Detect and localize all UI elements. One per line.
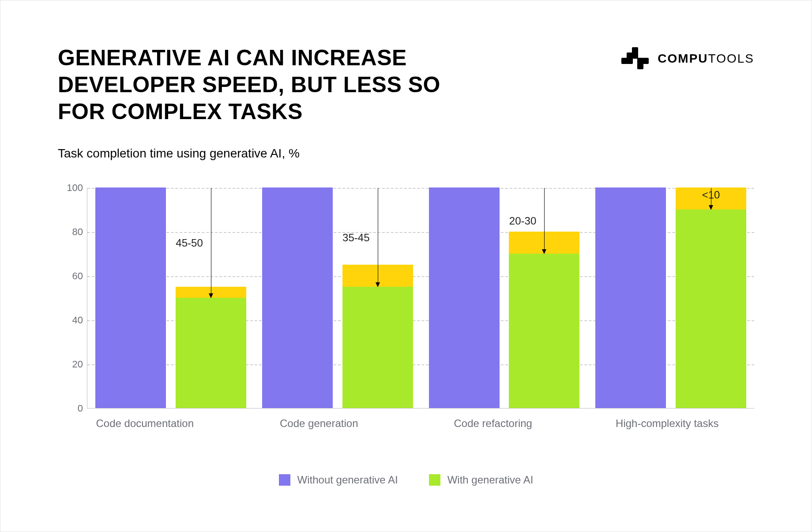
plot-area: 02040608010045-5035-4520-30<10 (87, 188, 754, 408)
legend-label-with: With generative AI (447, 474, 534, 486)
annotation-label: 20-30 (509, 215, 536, 227)
y-tick-label: 40 (63, 315, 83, 326)
bar-group: 20-30 (421, 188, 588, 408)
legend-label-without: Without generative AI (297, 474, 398, 486)
brand-logo-icon (621, 47, 649, 70)
bar-without (262, 187, 333, 408)
legend: Without generative AI With generative AI (58, 474, 754, 486)
x-tick-label: Code documentation (58, 417, 232, 430)
brand-name: COMPUTOOLS (658, 52, 754, 66)
brand-name-left: COMPU (658, 52, 708, 65)
arrow-line (211, 188, 211, 293)
bar-with-lower (342, 287, 413, 408)
legend-swatch-without (279, 474, 290, 486)
chart-card: GENERATIVE AI CAN INCREASE DEVELOPER SPE… (0, 0, 812, 532)
bar-group: <10 (587, 188, 754, 408)
svg-rect-2 (627, 52, 633, 59)
y-tick-label: 0 (63, 403, 83, 414)
legend-without: Without generative AI (279, 474, 398, 486)
y-tick-label: 80 (63, 226, 83, 238)
header: GENERATIVE AI CAN INCREASE DEVELOPER SPE… (58, 45, 754, 125)
y-tick-label: 60 (63, 270, 83, 282)
annotation-label: 35-45 (342, 232, 369, 244)
bar-without (595, 187, 666, 408)
bar-group: 35-45 (254, 188, 421, 408)
bar-with-upper (176, 287, 246, 298)
chart: 02040608010045-5035-4520-30<10 Code docu… (58, 188, 754, 448)
legend-with: With generative AI (429, 474, 534, 486)
bar-with (342, 265, 413, 408)
svg-rect-0 (632, 47, 638, 53)
svg-rect-6 (643, 58, 649, 64)
bar-with (176, 287, 246, 408)
bar-without (429, 187, 500, 408)
bar-with-upper (342, 265, 413, 287)
y-tick-label: 100 (63, 182, 83, 194)
svg-rect-3 (621, 58, 628, 64)
bar-without (95, 187, 166, 408)
brand-name-right: TOOLS (708, 52, 754, 65)
bar-with-lower (176, 298, 246, 408)
bar-with-upper (676, 187, 746, 210)
x-tick-label: Code refactoring (406, 417, 580, 430)
bar-with-lower (509, 254, 579, 408)
x-tick-label: High-complexity tasks (580, 417, 755, 430)
bar-with (676, 187, 746, 408)
svg-rect-1 (632, 52, 638, 59)
svg-rect-7 (637, 63, 643, 69)
bar-group: 45-50 (87, 188, 254, 408)
svg-rect-5 (637, 58, 643, 64)
bar-with-lower (676, 210, 746, 408)
bar-with-upper (509, 232, 579, 254)
annotation-label: 45-50 (176, 237, 203, 249)
svg-rect-4 (627, 58, 633, 64)
chart-subtitle: Task completion time using generative AI… (58, 146, 754, 161)
chart-title: GENERATIVE AI CAN INCREASE DEVELOPER SPE… (58, 45, 486, 125)
legend-swatch-with (429, 474, 440, 486)
bar-with (509, 232, 579, 408)
brand-logo: COMPUTOOLS (621, 47, 754, 70)
x-tick-label: Code generation (232, 417, 406, 430)
y-tick-label: 20 (63, 359, 83, 370)
